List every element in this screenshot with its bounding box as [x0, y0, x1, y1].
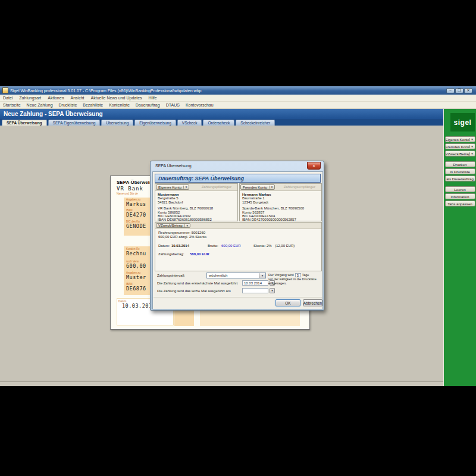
field-bic[interactable]: BIC des Ka GENODE	[126, 220, 146, 229]
datum-label: Datum:	[158, 244, 170, 248]
dialog-close-button[interactable]: ✕	[307, 162, 321, 170]
eigenes-konto-button[interactable]: Eigenes Konto ▼	[445, 136, 475, 142]
information-button[interactable]: Information	[445, 193, 475, 199]
page-title: Neue Zahlung - SEPA Überweisung	[4, 111, 103, 117]
app-icon	[2, 87, 8, 93]
dialog-title: SEPA Überweisung	[155, 164, 192, 168]
zahlungsbetrag-row: Zahlungsbetrag: 588,00 EUR	[155, 252, 321, 257]
menu-item-hilfe[interactable]: Hilfe	[149, 96, 157, 100]
field-verwendungszweck[interactable]: noch Verw 600,00	[126, 260, 146, 269]
toolbar-item-startseite[interactable]: Startseite	[3, 103, 21, 107]
first-exec-date-field[interactable]: 10.03.2014	[242, 280, 268, 286]
field-auftraggeber-iban[interactable]: IBAN DE6876	[126, 283, 146, 292]
sepa-ueberweisung-dialog: SEPA Überweisung ✕ Dauerauftrag: SEPA Üb…	[150, 161, 324, 311]
maximize-button[interactable]: ❐	[455, 88, 464, 93]
interval-label: Zahlungsintervall:	[157, 274, 185, 277]
tab-vscheck[interactable]: VScheck	[177, 120, 202, 126]
purpose-panel-header: VZweck/Betrag ▼	[155, 223, 321, 229]
button-separator	[154, 297, 322, 298]
fremdes-konto-dropdown[interactable]: Fremdes Konto ▼	[240, 184, 275, 190]
chevron-down-icon[interactable]: ▼	[259, 273, 265, 278]
toolbar-item-dauerauftrag[interactable]: Dauerauftrag	[136, 103, 160, 107]
close-button[interactable]: ✕	[464, 88, 472, 93]
eigenes-konto-label: Eigenes Konto	[446, 137, 469, 142]
tab-eigenueberweisung[interactable]: Eigenüberweisung	[134, 120, 176, 126]
page-header: Neue Zahlung - SEPA Überweisung	[0, 109, 443, 119]
chevron-down-icon: ▼	[184, 224, 190, 227]
toolbar-item-bezahlliste[interactable]: Bezahlliste	[83, 103, 103, 107]
payer-bank-line: IBAN DE68760606180000586852	[158, 218, 235, 221]
menu-item-news-updates[interactable]: Aktuelle News und Updates	[91, 96, 142, 100]
interval-select[interactable]: wöchentlich ▼	[206, 273, 266, 278]
menu-item-aktionen[interactable]: Aktionen	[48, 96, 64, 100]
eigenes-konto-dropdown[interactable]: Eigenes Konto ▼	[156, 184, 189, 190]
skonto-value: (12,00 EUR)	[275, 244, 295, 248]
toolbar-item-druckliste[interactable]: Druckliste	[59, 103, 77, 107]
minimize-button[interactable]: –	[446, 88, 455, 93]
app-window: Sigel WinBanking professional 5.01.07 - …	[0, 86, 476, 386]
purpose-panel: VZweck/Betrag ▼ Rechnungsnummer: 5001260…	[155, 222, 322, 271]
fremdes-konto-label: Fremdes Konto	[446, 145, 469, 149]
last-exec-picker-button[interactable]: ▼	[270, 288, 275, 293]
window-controls: – ❐ ✕	[446, 88, 472, 93]
amount-row: Datum: 10.03.2014 Brutto: 600,00 EUR Sko…	[155, 244, 321, 249]
toolbar-item-kontenliste[interactable]: Kontenliste	[109, 103, 130, 107]
als-dauerauftrag-button[interactable]: als Dauerauftrag	[445, 176, 475, 181]
vzweck-betrag-dropdown[interactable]: VZweck/Betrag ▼	[156, 223, 190, 228]
leeren-button[interactable]: Leeren	[445, 186, 475, 192]
tab-ueberweisung[interactable]: Überweisung	[101, 120, 133, 126]
fremdes-konto-button[interactable]: Fremdes Konto ▼	[445, 143, 475, 149]
last-exec-label: Die Zahlung wird das letzte Mal ausgefüh…	[157, 289, 231, 293]
tab-scheckeinreicher[interactable]: Scheckeinreicher	[236, 120, 275, 126]
drucken-button[interactable]: Drucken	[445, 161, 475, 167]
toolbar-item-dtaus[interactable]: DTAUS	[166, 103, 180, 107]
form-bank-caption: Name und Sitz de	[117, 192, 138, 195]
field-auftraggeber-name[interactable]: Angaben zu Muster	[126, 271, 146, 280]
chevron-down-icon: ▼	[269, 186, 274, 189]
field-kundenreferenz[interactable]: Kunden-Re Rechnu	[126, 248, 146, 256]
chevron-down-icon: ▼	[469, 152, 475, 155]
payer-panel-header: Eigenes Konto ▼ Zahlungspflichtiger	[155, 184, 237, 191]
skonto-label: Skonto: 2%	[253, 244, 272, 248]
chevron-down-icon: ▼	[183, 186, 189, 189]
interval-value: wöchentlich	[207, 274, 259, 277]
last-exec-date-field[interactable]	[242, 288, 268, 293]
brutto-value: 600,00 EUR	[221, 244, 241, 248]
lead-days-input[interactable]: 5	[295, 273, 301, 277]
vzweck-betrag-button[interactable]: VZweck/Betrag ▼	[445, 151, 475, 156]
payee-details: Hermann Markus Baumstraße 1 12345 Burgst…	[240, 191, 321, 224]
form-bank-name: VR Bank	[117, 186, 143, 192]
menu-item-zahlungsart[interactable]: Zahlungsart	[19, 96, 41, 100]
toolbar: Startseite Neue Zahlung Druckliste Bezah…	[0, 102, 476, 109]
field-empfaenger-name[interactable]: Angaben zu Markus	[126, 198, 146, 207]
tabs-anpassen-button[interactable]: Tabs anpassen	[445, 201, 475, 206]
toolbar-item-kontovorschau[interactable]: Kontovorschau	[186, 103, 214, 107]
field-empfaenger-iban[interactable]: IBAN DE4270	[126, 209, 146, 218]
dialog-header: Dauerauftrag: SEPA Überweisung	[155, 174, 321, 183]
tab-bar: SEPA Überweisung SEPA Eigenüberweisung Ü…	[0, 119, 443, 126]
dialog-header-text: Dauerauftrag: SEPA Überweisung	[158, 176, 244, 181]
menu-item-ansicht[interactable]: Ansicht	[71, 96, 84, 100]
toolbar-item-neue-zahlung[interactable]: Neue Zahlung	[27, 103, 53, 107]
window-title: Sigel WinBanking professional 5.01.07 - …	[10, 89, 446, 93]
dialog-body: Dauerauftrag: SEPA Überweisung Eigenes K…	[152, 171, 323, 309]
titlebar: Sigel WinBanking professional 5.01.07 - …	[0, 86, 476, 95]
tab-orderscheck[interactable]: Orderscheck	[203, 120, 234, 126]
payer-role-label: Zahlungspflichtiger	[202, 185, 231, 189]
ok-button[interactable]: OK	[275, 299, 300, 306]
payee-role-label: Zahlungsempfänger	[284, 185, 315, 189]
tab-sepa-eigenueberweisung[interactable]: SEPA Eigenüberweisung	[48, 120, 101, 126]
chevron-down-icon: ▼	[469, 145, 475, 148]
cancel-button[interactable]: Abbrechen	[303, 299, 322, 306]
datum-value: 10.03.2014	[171, 244, 189, 248]
in-druckliste-button[interactable]: in Druckliste	[445, 168, 475, 174]
brutto-label: Brutto:	[208, 244, 218, 248]
chevron-down-icon: ▼	[469, 138, 475, 141]
menu-item-datei[interactable]: Datei	[3, 96, 12, 100]
payee-bank-line: IBAN DE42700905000000562857	[242, 218, 319, 221]
purpose-line: 600,00 EUR abzgl. 2% Skonto	[155, 235, 321, 239]
interval-section: Zahlungsintervall: wöchentlich ▼ Die Zah…	[155, 272, 322, 297]
zahlungsbetrag-value: 588,00 EUR	[190, 252, 209, 256]
tab-sepa-ueberweisung[interactable]: SEPA Überweisung	[2, 120, 47, 126]
sidebar: sigel Eigenes Konto ▼ Fremdes Konto ▼ VZ…	[443, 109, 476, 386]
